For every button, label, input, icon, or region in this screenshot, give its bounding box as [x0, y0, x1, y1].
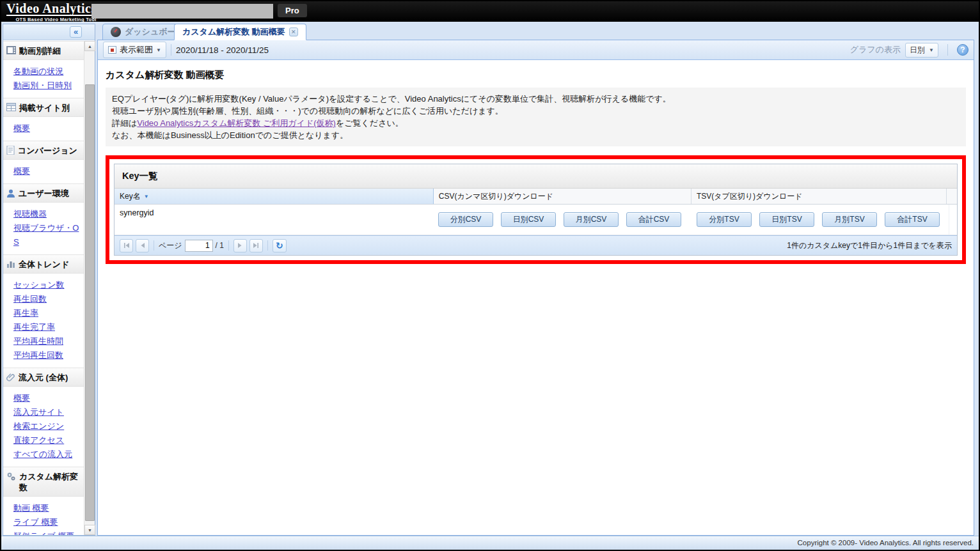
column-header-key-name[interactable]: Key名 ▼ [115, 189, 434, 204]
toolbar-divider [171, 44, 171, 56]
sidebar-link-avg-play-time[interactable]: 平均再生時間 [13, 334, 81, 348]
toolbar-right-group: グラフの表示 日別 ▼ ? [850, 43, 968, 58]
tsv-daily-button[interactable]: 日別TSV [759, 212, 814, 227]
display-range-button[interactable]: 表示範囲 ▼ [103, 42, 166, 58]
column-header-spacer [947, 189, 957, 204]
tab-label: カスタム解析変数 動画概要 [182, 26, 285, 38]
sidebar-links-group: セッション数 再生回数 再生率 再生完了率 平均再生時間 平均再生回数 [3, 274, 84, 368]
csv-by-category-button[interactable]: 分別CSV [438, 212, 493, 227]
sidebar-scrollbar[interactable]: ▲ ▼ [84, 41, 95, 535]
scrollbar-down-arrow-icon[interactable]: ▼ [84, 525, 95, 535]
sidebar-link-video-overview[interactable]: 動画 概要 [13, 501, 81, 515]
sidebar-link-viewing-device[interactable]: 視聴機器 [13, 207, 81, 221]
sidebar-section-title: コンバージョン [18, 145, 77, 156]
tab-close-icon[interactable]: ✕ [289, 27, 298, 36]
account-name-redacted-box [91, 4, 273, 19]
sidebar-link-avg-play-count[interactable]: 平均再生回数 [13, 348, 81, 362]
sidebar-links-group: 動画 概要 ライブ 概要 疑似ライブ 概要 [3, 497, 84, 535]
toolbar-divider [947, 44, 948, 56]
app-logo: Video Analytics OTS Based Video Marketin… [6, 2, 97, 22]
last-page-button[interactable] [249, 239, 263, 252]
key-list-panel: Key一覧 Key名 ▼ CSV(カンマ区切り)ダウンロード TSV(タブ区切り… [114, 164, 958, 256]
feature-description: EQプレイヤー(タグ)に解析用変数(Key / Valueパラメータ)を設定する… [106, 88, 966, 146]
sidebar-section-referrer: 流入元 (全体) [3, 368, 84, 387]
description-line-4: なお、本機能はBusiness以上のEditionでのご提供となります。 [112, 129, 960, 141]
csv-daily-button[interactable]: 日別CSV [501, 212, 556, 227]
top-header-bar: Video Analytics OTS Based Video Marketin… [1, 1, 979, 22]
help-icon[interactable]: ? [957, 44, 968, 56]
page-total: / 1 [216, 241, 224, 250]
sidebar-link-site-overview[interactable]: 概要 [13, 121, 81, 136]
next-page-icon [236, 242, 244, 249]
next-page-button[interactable] [233, 239, 247, 252]
first-page-button[interactable] [120, 239, 133, 252]
column-header-label: CSV(カンマ区切り)ダウンロード [439, 191, 553, 202]
sort-descending-icon: ▼ [144, 194, 149, 199]
page-number-input[interactable] [185, 240, 213, 252]
sidebar-link-conversion-overview[interactable]: 概要 [13, 164, 81, 178]
sidebar-links-group: 概要 [3, 160, 84, 183]
scrollbar-thumb[interactable] [85, 84, 95, 521]
refresh-icon[interactable]: ↻ [273, 239, 287, 252]
key-name-cell: synergyid [115, 205, 434, 235]
sidebar-link-referrer-sites[interactable]: 流入元サイト [13, 405, 81, 419]
pagination-bar: ページ / 1 ↻ 1件のカスタムke [115, 235, 957, 255]
toolbar: 表示範囲 ▼ 2020/11/18 - 2020/11/25 グラフの表示 日別… [98, 40, 974, 60]
sidebar-link-by-video-datetime[interactable]: 動画別・日時別 [13, 79, 81, 93]
tsv-by-category-button[interactable]: 分別TSV [697, 212, 752, 227]
usage-guide-link[interactable]: Video Analyticsカスタム解析変数 ご利用ガイド(仮称) [137, 118, 336, 128]
sidebar-section-by-site: 掲載サイト別 [3, 98, 84, 117]
sidebar-link-viewing-browser-os[interactable]: 視聴ブラウザ・OS [13, 221, 81, 249]
copyright-text: Copyright © 2009- Video Analytics. All r… [798, 539, 974, 547]
sidebar-link-all-referrers[interactable]: すべての流入元 [13, 447, 81, 462]
tab-bar: ダッシュボード カスタム解析変数 動画概要 ✕ [97, 24, 974, 40]
sidebar-link-pseudo-live-overview[interactable]: 疑似ライブ 概要 [13, 529, 81, 535]
sidebar-link-each-video-status[interactable]: 各動画の状況 [13, 65, 81, 79]
pager-divider [267, 240, 268, 251]
app-window: Video Analytics OTS Based Video Marketin… [1, 1, 979, 550]
sidebar-section-overall-trend: 全体トレンド [3, 254, 84, 274]
tsv-monthly-button[interactable]: 月別TSV [822, 212, 877, 227]
pagination-status-text: 1件のカスタムkeyで1件目から1件目までを表示 [787, 240, 952, 251]
graph-interval-select[interactable]: 日別 ▼ [905, 43, 938, 58]
sidebar-collapse-button[interactable]: « [70, 26, 82, 38]
tab-custom-variables-video-overview[interactable]: カスタム解析変数 動画概要 ✕ [174, 24, 306, 40]
csv-monthly-button[interactable]: 月別CSV [564, 212, 619, 227]
prev-page-icon [139, 242, 146, 249]
sidebar-menu: 動画別詳細 各動画の状況 動画別・日時別 掲載サイト別 概要 コンバージョン 概… [3, 41, 84, 535]
sidebar-link-play-count[interactable]: 再生回数 [13, 292, 81, 306]
sidebar-links-group: 各動画の状況 動画別・日時別 [3, 60, 84, 98]
sidebar-link-search-engines[interactable]: 検索エンジン [13, 419, 81, 433]
sidebar-link-direct-access[interactable]: 直接アクセス [13, 433, 81, 447]
sidebar-section-user-env: ユーザー環境 [3, 183, 84, 203]
column-header-label: TSV(タブ区切り)ダウンロード [697, 191, 803, 202]
table-row: synergyid 分別CSV 日別CSV 月別CSV 合計CSV 分別TSV … [115, 205, 957, 235]
date-range-text: 2020/11/18 - 2020/11/25 [176, 45, 269, 55]
graph-interval-value: 日別 [910, 45, 925, 56]
plan-badge: Pro [278, 4, 307, 17]
sidebar-header-strip: « [3, 24, 95, 40]
key-list-title: Key一覧 [115, 164, 957, 189]
tsv-total-button[interactable]: 合計TSV [885, 212, 940, 227]
column-header-label: Key名 [120, 191, 141, 202]
main-panel: 表示範囲 ▼ 2020/11/18 - 2020/11/25 グラフの表示 日別… [97, 40, 974, 536]
graph-display-label: グラフの表示 [850, 44, 901, 56]
main-area: ダッシュボード カスタム解析変数 動画概要 ✕ 表示範囲 ▼ 2020/11/1… [97, 24, 974, 536]
dashboard-gauge-icon [111, 27, 121, 37]
sidebar-link-completion-rate[interactable]: 再生完了率 [13, 320, 81, 334]
scrollbar-up-arrow-icon[interactable]: ▲ [84, 41, 95, 51]
csv-total-button[interactable]: 合計CSV [626, 212, 681, 227]
app-logo-title: Video Analytics [6, 2, 97, 16]
sidebar-link-play-rate[interactable]: 再生率 [13, 306, 81, 320]
prev-page-button[interactable] [136, 239, 149, 252]
column-header-tsv-download: TSV(タブ区切り)ダウンロード [692, 189, 947, 204]
sidebar-link-live-overview[interactable]: ライブ 概要 [13, 515, 81, 529]
sidebar-link-referrer-overview[interactable]: 概要 [13, 391, 81, 405]
page-label: ページ [159, 240, 182, 251]
calendar-icon [108, 46, 116, 54]
sidebar-link-sessions[interactable]: セッション数 [13, 278, 81, 292]
description-line-3-prefix: 詳細は [112, 118, 137, 128]
red-highlight-rectangle: Key一覧 Key名 ▼ CSV(カンマ区切り)ダウンロード TSV(タブ区切り… [106, 155, 966, 264]
column-header-csv-download: CSV(カンマ区切り)ダウンロード [434, 189, 692, 204]
document-icon [6, 146, 15, 155]
